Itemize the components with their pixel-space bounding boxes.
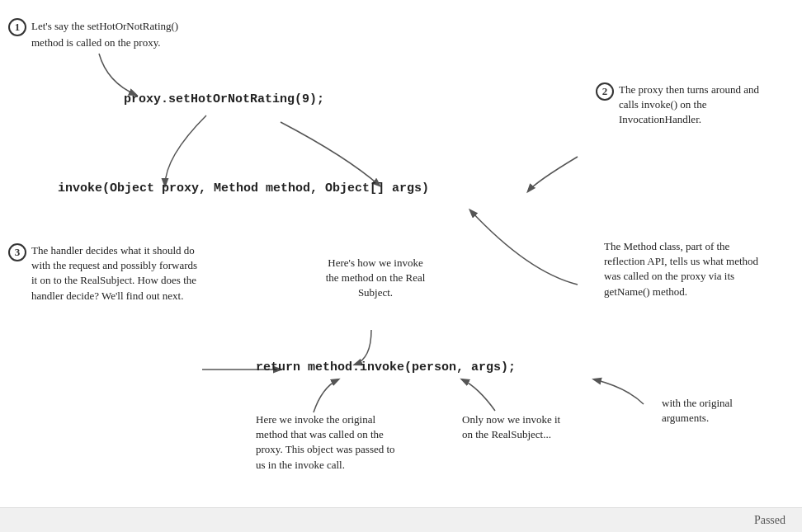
step1-text: Let's say the setHotOrNotRating() method… — [31, 18, 178, 50]
proxy-call-code: proxy.setHotOrNotRating(9); — [124, 91, 324, 106]
step3-circle: 3 — [8, 243, 26, 261]
step2-circle: 2 — [596, 82, 614, 101]
return-call-code: return method.invoke(person, args); — [256, 359, 516, 374]
annotation-here: Here's how we invoke the method on the R… — [322, 256, 429, 301]
step3-text: The handler decides what it should do wi… — [31, 243, 198, 304]
bottom-bar: Passed — [0, 507, 802, 532]
page-container: 1 Let's say the setHotOrNotRating() meth… — [0, 0, 802, 532]
annotation-method-class: The Method class, part of the reflection… — [604, 239, 769, 299]
step2-text: The proxy then turns around and calls in… — [619, 82, 777, 128]
invoke-call-code: invoke(Object proxy, Method method, Obje… — [58, 180, 429, 195]
step1-circle: 1 — [8, 18, 26, 36]
passed-label: Passed — [754, 514, 785, 527]
annotation-original-method: Here we invoke the original method that … — [256, 412, 396, 473]
step2-block: 2 The proxy then turns around and calls … — [596, 82, 777, 128]
step1-block: 1 Let's say the setHotOrNotRating() meth… — [8, 18, 178, 50]
annotation-original-args: with the original arguments. — [662, 396, 769, 426]
annotation-only-now: Only now we invoke it on the RealSubject… — [462, 412, 569, 442]
step3-block: 3 The handler decides what it should do … — [8, 243, 198, 304]
